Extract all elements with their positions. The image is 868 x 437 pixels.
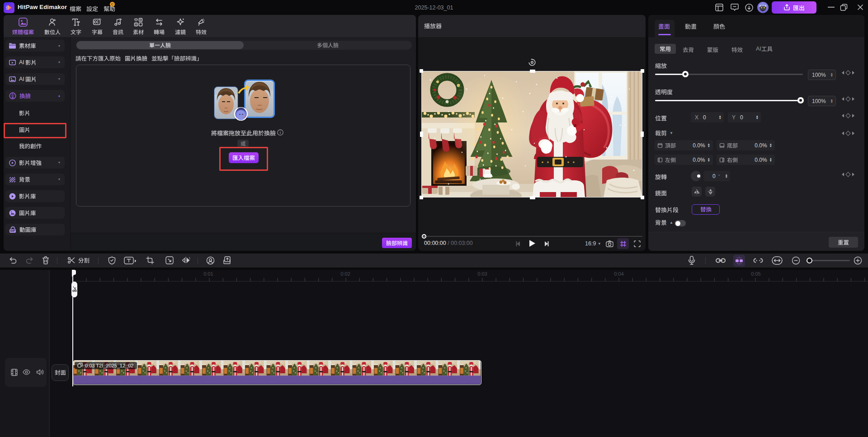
svg-text:0:03: 0:03 xyxy=(477,271,487,277)
svg-text:0:05: 0:05 xyxy=(751,271,760,277)
svg-text:0:02: 0:02 xyxy=(340,271,350,277)
svg-text:GIF: GIF xyxy=(10,229,15,232)
svg-text:0:01: 0:01 xyxy=(203,271,213,277)
svg-text:0:04: 0:04 xyxy=(614,271,623,277)
